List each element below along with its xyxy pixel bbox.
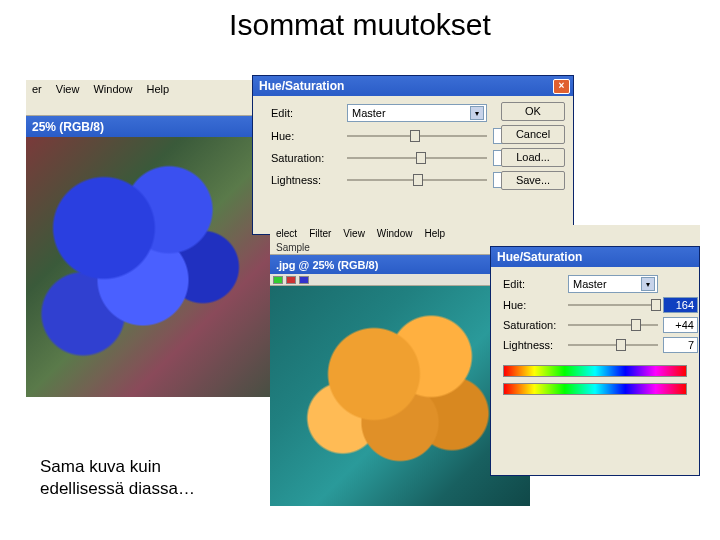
- hue-saturation-dialog-2: Hue/Saturation Edit: Master ▾ Hue: 164 S…: [490, 246, 700, 476]
- load-button[interactable]: Load...: [501, 148, 565, 167]
- close-icon[interactable]: ×: [553, 79, 570, 94]
- image-canvas-blue-flowers[interactable]: [26, 137, 286, 397]
- channel-swatch: [273, 276, 283, 284]
- menu-item[interactable]: Help: [147, 83, 170, 95]
- slide-title: Isommat muutokset: [0, 8, 720, 42]
- lightness-label: Lightness:: [271, 174, 341, 186]
- hue-gradient-strip: [503, 365, 687, 377]
- hue-saturation-dialog-1: Hue/Saturation × Edit: Master ▾ Hue: -24…: [252, 75, 574, 235]
- edit-dropdown[interactable]: Master ▾: [347, 104, 487, 122]
- dialog-titlebar: Hue/Saturation: [491, 247, 699, 267]
- edit-dropdown-value: Master: [573, 278, 607, 290]
- lightness-value-field[interactable]: 7: [663, 337, 698, 353]
- menubar: elect Filter View Window Help: [270, 225, 700, 241]
- slide-caption: Sama kuva kuin edellisessä diassa…: [40, 456, 195, 500]
- chevron-down-icon[interactable]: ▾: [641, 277, 655, 291]
- saturation-label: Saturation:: [271, 152, 341, 164]
- lightness-slider[interactable]: [347, 173, 487, 187]
- hue-slider[interactable]: [568, 298, 658, 312]
- menu-item[interactable]: View: [343, 228, 365, 239]
- options-bar-text: Sample: [276, 242, 310, 253]
- caption-line: edellisessä diassa…: [40, 478, 195, 500]
- edit-label: Edit:: [503, 278, 563, 290]
- hue-label: Hue:: [271, 130, 341, 142]
- edit-dropdown[interactable]: Master ▾: [568, 275, 658, 293]
- saturation-slider[interactable]: [568, 318, 658, 332]
- menu-item[interactable]: er: [32, 83, 42, 95]
- channel-swatch: [299, 276, 309, 284]
- dialog-titlebar: Hue/Saturation ×: [253, 76, 573, 96]
- menu-item[interactable]: Window: [377, 228, 413, 239]
- menu-item[interactable]: View: [56, 83, 80, 95]
- save-button[interactable]: Save...: [501, 171, 565, 190]
- menu-item[interactable]: Filter: [309, 228, 331, 239]
- edit-dropdown-value: Master: [352, 107, 386, 119]
- hue-label: Hue:: [503, 299, 563, 311]
- hue-slider[interactable]: [347, 129, 487, 143]
- menu-item[interactable]: Window: [93, 83, 132, 95]
- saturation-slider[interactable]: [347, 151, 487, 165]
- saturation-label: Saturation:: [503, 319, 563, 331]
- ok-button[interactable]: OK: [501, 102, 565, 121]
- lightness-label: Lightness:: [503, 339, 563, 351]
- cancel-button[interactable]: Cancel: [501, 125, 565, 144]
- chevron-down-icon[interactable]: ▾: [470, 106, 484, 120]
- edit-label: Edit:: [271, 107, 341, 119]
- menu-item[interactable]: Help: [424, 228, 445, 239]
- menu-item[interactable]: elect: [276, 228, 297, 239]
- hue-value-field[interactable]: 164: [663, 297, 698, 313]
- channel-swatch: [286, 276, 296, 284]
- hue-gradient-strip: [503, 383, 687, 395]
- saturation-value-field[interactable]: +44: [663, 317, 698, 333]
- lightness-slider[interactable]: [568, 338, 658, 352]
- dialog-title-text: Hue/Saturation: [259, 79, 344, 93]
- caption-line: Sama kuva kuin: [40, 456, 195, 478]
- dialog-title-text: Hue/Saturation: [497, 250, 582, 264]
